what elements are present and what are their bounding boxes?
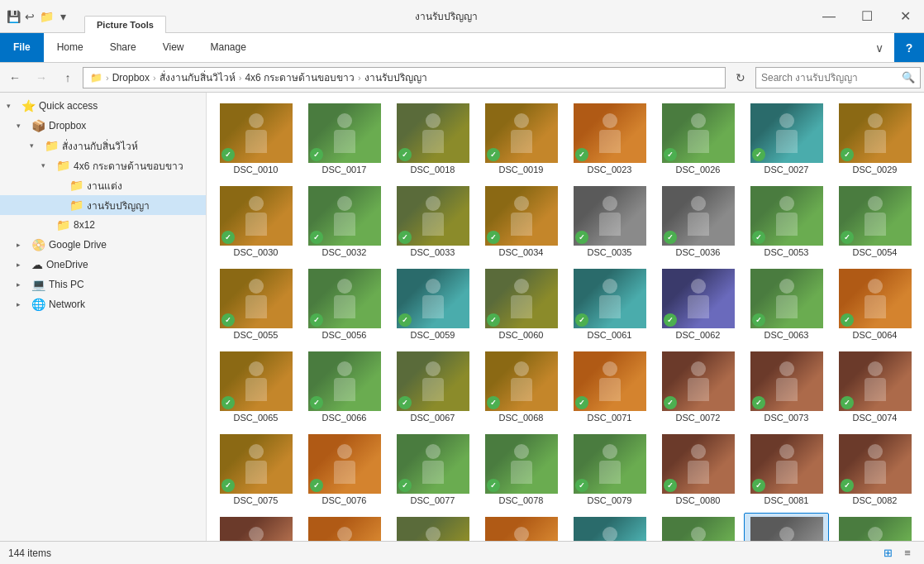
list-item[interactable]: ✓DSC_0079 bbox=[567, 430, 652, 509]
back-button[interactable]: ← bbox=[3, 66, 26, 89]
folder-icon-tb[interactable]: 📁 bbox=[40, 10, 53, 23]
close-button[interactable]: ✕ bbox=[886, 0, 924, 32]
check-badge: ✓ bbox=[221, 313, 235, 327]
list-item[interactable]: ✓DSC_0080 bbox=[655, 430, 741, 509]
list-item[interactable]: ✓DSC_0068 bbox=[479, 347, 564, 427]
search-icon[interactable]: 🔍 bbox=[902, 71, 915, 84]
list-item[interactable]: ✓DSC_0061 bbox=[567, 265, 652, 344]
list-item[interactable]: ✓DSC_0033 bbox=[390, 182, 475, 261]
sidebar-item-quick-access[interactable]: ▾ ⭐ Quick access bbox=[0, 96, 206, 116]
list-item[interactable]: ✓DSC_0032 bbox=[302, 182, 387, 261]
tab-view[interactable]: View bbox=[150, 33, 198, 62]
details-view-button[interactable]: ≡ bbox=[899, 545, 916, 562]
list-item[interactable]: ✓DSC_0063 bbox=[744, 265, 829, 344]
list-item[interactable]: ✓DSC_0029 bbox=[832, 99, 917, 179]
list-item[interactable]: ✓DSC_0056 bbox=[302, 265, 387, 344]
status-bar: 144 items ⊞ ≡ bbox=[0, 541, 924, 564]
list-item[interactable]: ✓DSC_0077 bbox=[390, 430, 475, 509]
path-sang-ngan[interactable]: สั่งงานกับสิ่นวิไวห์ bbox=[160, 69, 236, 85]
minimize-button[interactable]: — bbox=[810, 0, 848, 32]
list-item[interactable]: ✓DSC_0084 bbox=[302, 513, 387, 541]
list-item[interactable]: ✓DSC_0018 bbox=[390, 99, 475, 179]
check-badge: ✓ bbox=[575, 148, 588, 161]
thumbnail-label: DSC_0055 bbox=[234, 330, 279, 340]
up-button[interactable]: ↑ bbox=[56, 66, 79, 89]
list-item[interactable]: ✓DSC_0086 bbox=[479, 513, 564, 541]
list-item[interactable]: ✓DSC_0023 bbox=[567, 99, 652, 179]
list-item[interactable]: ✓DSC_0034 bbox=[479, 182, 564, 261]
list-item[interactable]: ✓DSC_0081 bbox=[744, 430, 829, 509]
sidebar-item-ngan-taeng[interactable]: 📁 งานแต่ง bbox=[0, 175, 206, 195]
refresh-button[interactable]: ↻ bbox=[729, 67, 752, 88]
list-item[interactable]: ✓DSC_0083 bbox=[213, 513, 298, 541]
help-button[interactable]: ? bbox=[894, 33, 924, 62]
list-item[interactable]: ✓DSC_0026 bbox=[655, 99, 741, 179]
sidebar-item-this-pc[interactable]: ▸ 💻 This PC bbox=[0, 275, 206, 294]
sidebar-item-google-drive[interactable]: ▸ 📀 Google Drive bbox=[0, 235, 206, 255]
list-item[interactable]: ✓DSC_0094 bbox=[832, 513, 917, 541]
tab-share[interactable]: Share bbox=[97, 33, 150, 62]
list-item[interactable]: ✓DSC_0085 bbox=[390, 513, 475, 541]
large-icons-view-button[interactable]: ⊞ bbox=[879, 545, 896, 562]
picture-tools-tab[interactable]: Picture Tools bbox=[84, 16, 166, 33]
ribbon-expand-button[interactable]: ∨ bbox=[864, 33, 894, 62]
title-bar-left: 💾 ↩ 📁 ▾ bbox=[0, 0, 76, 32]
list-item[interactable]: ✓DSC_0064 bbox=[832, 265, 917, 344]
tab-manage[interactable]: Manage bbox=[198, 33, 260, 62]
list-item[interactable]: ✓DSC_0076 bbox=[302, 430, 387, 509]
list-item[interactable]: ✓DSC_0027 bbox=[744, 99, 829, 179]
check-badge: ✓ bbox=[487, 396, 500, 409]
list-item[interactable]: ✓DSC_0087 bbox=[567, 513, 652, 541]
list-item[interactable]: ✓DSC_0036 bbox=[655, 182, 741, 261]
maximize-button[interactable]: ☐ bbox=[848, 0, 886, 32]
list-item[interactable]: ✓DSC_0066 bbox=[302, 347, 387, 427]
list-item[interactable]: ✓DSC_0075 bbox=[213, 430, 298, 509]
check-badge: ✓ bbox=[310, 148, 323, 161]
path-4x6[interactable]: 4x6 กระดาษด้านขอบขาว bbox=[245, 69, 355, 85]
list-item[interactable]: ✓DSC_0060 bbox=[479, 265, 564, 344]
list-item[interactable]: ✓DSC_0067 bbox=[390, 347, 475, 427]
sidebar-item-ngan-rab[interactable]: 📁 งานรับปริญญา bbox=[0, 195, 206, 215]
list-item[interactable]: ✓DSC_0073 bbox=[744, 347, 829, 427]
tab-home[interactable]: Home bbox=[44, 33, 97, 62]
list-item[interactable]: ✓DSC_0053 bbox=[744, 182, 829, 261]
search-box[interactable]: 🔍 bbox=[755, 67, 921, 88]
undo-icon[interactable]: ↩ bbox=[23, 10, 36, 23]
dropdown-icon[interactable]: ▾ bbox=[56, 10, 69, 23]
list-item[interactable]: ✓DSC_0055 bbox=[213, 265, 298, 344]
sidebar-item-4x6[interactable]: ▾ 📁 4x6 กระดาษด้านขอบขาว bbox=[0, 155, 206, 175]
list-item[interactable]: ✓DSC_0035 bbox=[567, 182, 652, 261]
list-item[interactable]: ✓DSC_0071 bbox=[567, 347, 652, 427]
sidebar-item-network[interactable]: ▸ 🌐 Network bbox=[0, 294, 206, 314]
path-dropbox[interactable]: Dropbox bbox=[112, 72, 150, 84]
check-badge: ✓ bbox=[841, 148, 854, 161]
list-item[interactable]: ✓DSC_0082 bbox=[832, 430, 917, 509]
list-item[interactable]: ✓DSC_0054 bbox=[832, 182, 917, 261]
forward-button[interactable]: → bbox=[30, 66, 53, 89]
list-item[interactable]: ✓DSC_0062 bbox=[655, 265, 741, 344]
sidebar-item-8x12[interactable]: 📁 8x12 bbox=[0, 215, 206, 235]
list-item[interactable]: ✓DSC_0093 bbox=[744, 513, 829, 541]
list-item[interactable]: ✓DSC_0059 bbox=[390, 265, 475, 344]
thumbnail-label: DSC_0071 bbox=[588, 413, 632, 423]
sidebar-item-sang-ngan[interactable]: ▾ 📁 สั่งงานกับสิ่นวิไวห์ bbox=[0, 136, 206, 155]
save-icon[interactable]: 💾 bbox=[7, 10, 20, 23]
list-item[interactable]: ✓DSC_0017 bbox=[302, 99, 387, 179]
tab-file[interactable]: File bbox=[0, 33, 44, 62]
address-path[interactable]: 📁 › Dropbox › สั่งงานกับสิ่นวิไวห์ › 4x6… bbox=[83, 67, 726, 88]
list-item[interactable]: ✓DSC_0030 bbox=[213, 182, 298, 261]
list-item[interactable]: ✓DSC_0078 bbox=[479, 430, 564, 509]
list-item[interactable]: ✓DSC_0065 bbox=[213, 347, 298, 427]
list-item[interactable]: ✓DSC_0074 bbox=[832, 347, 917, 427]
list-item[interactable]: ✓DSC_0010 bbox=[213, 99, 298, 179]
check-badge: ✓ bbox=[664, 148, 677, 161]
check-badge: ✓ bbox=[575, 396, 588, 409]
list-item[interactable]: ✓DSC_0088 bbox=[655, 513, 741, 541]
sidebar-item-dropbox[interactable]: ▾ 📦 Dropbox bbox=[0, 116, 206, 136]
thumbnail-label: DSC_0060 bbox=[499, 330, 544, 340]
list-item[interactable]: ✓DSC_0019 bbox=[479, 99, 564, 179]
search-input[interactable] bbox=[761, 72, 898, 84]
check-badge: ✓ bbox=[487, 313, 500, 327]
sidebar-item-onedrive[interactable]: ▸ ☁ OneDrive bbox=[0, 255, 206, 275]
list-item[interactable]: ✓DSC_0072 bbox=[655, 347, 741, 427]
